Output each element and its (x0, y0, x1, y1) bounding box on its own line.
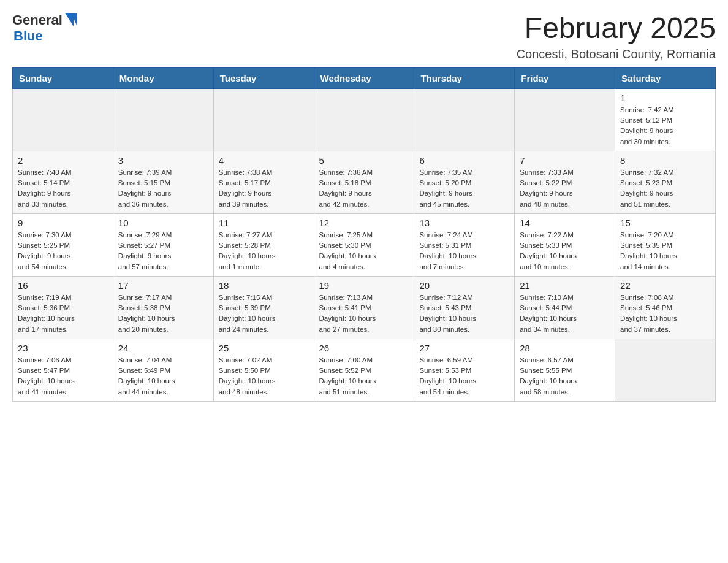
calendar-day-cell: 18Sunrise: 7:15 AM Sunset: 5:39 PM Dayli… (213, 276, 314, 339)
day-info: Sunrise: 7:08 AM Sunset: 5:46 PM Dayligh… (620, 293, 710, 335)
day-info: Sunrise: 7:35 AM Sunset: 5:20 PM Dayligh… (419, 167, 509, 210)
weekday-header-saturday: Saturday (615, 67, 716, 88)
day-info: Sunrise: 7:29 AM Sunset: 5:27 PM Dayligh… (118, 230, 208, 272)
day-number: 24 (118, 343, 208, 353)
day-number: 28 (520, 343, 610, 353)
calendar-day-cell: 11Sunrise: 7:27 AM Sunset: 5:28 PM Dayli… (213, 213, 314, 276)
day-number: 10 (118, 218, 208, 228)
calendar-day-cell: 2Sunrise: 7:40 AM Sunset: 5:14 PM Daylig… (13, 151, 113, 213)
day-info: Sunrise: 7:04 AM Sunset: 5:49 PM Dayligh… (118, 355, 208, 397)
calendar-day-cell: 27Sunrise: 6:59 AM Sunset: 5:53 PM Dayli… (414, 339, 515, 401)
day-number: 7 (520, 155, 610, 166)
day-number: 14 (520, 218, 610, 228)
weekday-header-sunday: Sunday (13, 67, 113, 88)
location-subtitle: Concesti, Botosani County, Romania (517, 47, 716, 61)
calendar-day-cell: 28Sunrise: 6:57 AM Sunset: 5:55 PM Dayli… (515, 339, 615, 401)
day-info: Sunrise: 7:33 AM Sunset: 5:22 PM Dayligh… (520, 167, 610, 210)
calendar-day-cell: 23Sunrise: 7:06 AM Sunset: 5:47 PM Dayli… (13, 339, 113, 401)
calendar-day-cell (314, 88, 414, 151)
calendar-day-cell: 20Sunrise: 7:12 AM Sunset: 5:43 PM Dayli… (414, 276, 515, 339)
day-info: Sunrise: 7:13 AM Sunset: 5:41 PM Dayligh… (319, 293, 409, 335)
calendar-day-cell: 13Sunrise: 7:24 AM Sunset: 5:31 PM Dayli… (414, 213, 515, 276)
day-info: Sunrise: 6:57 AM Sunset: 5:55 PM Dayligh… (520, 355, 610, 397)
logo-general-text: General (12, 12, 63, 28)
calendar-day-cell (615, 339, 716, 401)
calendar-day-cell: 25Sunrise: 7:02 AM Sunset: 5:50 PM Dayli… (213, 339, 314, 401)
day-info: Sunrise: 7:27 AM Sunset: 5:28 PM Dayligh… (219, 230, 309, 272)
day-number: 16 (18, 280, 108, 291)
day-number: 17 (118, 280, 208, 291)
day-info: Sunrise: 7:20 AM Sunset: 5:35 PM Dayligh… (620, 230, 710, 272)
calendar-day-cell: 4Sunrise: 7:38 AM Sunset: 5:17 PM Daylig… (213, 151, 314, 213)
calendar-day-cell: 10Sunrise: 7:29 AM Sunset: 5:27 PM Dayli… (113, 213, 213, 276)
day-info: Sunrise: 7:12 AM Sunset: 5:43 PM Dayligh… (419, 293, 509, 335)
calendar-day-cell: 7Sunrise: 7:33 AM Sunset: 5:22 PM Daylig… (515, 151, 615, 213)
calendar-day-cell: 1Sunrise: 7:42 AM Sunset: 5:12 PM Daylig… (615, 88, 716, 151)
calendar-day-cell: 6Sunrise: 7:35 AM Sunset: 5:20 PM Daylig… (414, 151, 515, 213)
day-number: 27 (419, 343, 509, 353)
day-info: Sunrise: 7:22 AM Sunset: 5:33 PM Dayligh… (520, 230, 610, 272)
day-info: Sunrise: 7:00 AM Sunset: 5:52 PM Dayligh… (319, 355, 409, 397)
calendar-day-cell: 22Sunrise: 7:08 AM Sunset: 5:46 PM Dayli… (615, 276, 716, 339)
calendar-day-cell: 8Sunrise: 7:32 AM Sunset: 5:23 PM Daylig… (615, 151, 716, 213)
day-number: 1 (620, 93, 710, 103)
day-info: Sunrise: 7:10 AM Sunset: 5:44 PM Dayligh… (520, 293, 610, 335)
calendar-day-cell (13, 88, 113, 151)
day-number: 11 (219, 218, 309, 228)
day-number: 4 (219, 155, 309, 166)
day-info: Sunrise: 6:59 AM Sunset: 5:53 PM Dayligh… (419, 355, 509, 397)
logo-blue-text: Blue (13, 28, 43, 44)
day-number: 26 (319, 343, 409, 353)
calendar-day-cell (213, 88, 314, 151)
day-number: 6 (419, 155, 509, 166)
day-info: Sunrise: 7:32 AM Sunset: 5:23 PM Dayligh… (620, 167, 710, 210)
day-info: Sunrise: 7:40 AM Sunset: 5:14 PM Dayligh… (18, 167, 108, 210)
day-number: 2 (18, 155, 108, 166)
day-number: 13 (419, 218, 509, 228)
day-info: Sunrise: 7:39 AM Sunset: 5:15 PM Dayligh… (118, 167, 208, 210)
day-info: Sunrise: 7:38 AM Sunset: 5:17 PM Dayligh… (219, 167, 309, 210)
day-info: Sunrise: 7:17 AM Sunset: 5:38 PM Dayligh… (118, 293, 208, 335)
day-number: 23 (18, 343, 108, 353)
day-number: 19 (319, 280, 409, 291)
calendar-week-row: 2Sunrise: 7:40 AM Sunset: 5:14 PM Daylig… (13, 151, 716, 213)
day-number: 8 (620, 155, 710, 166)
day-number: 5 (319, 155, 409, 166)
calendar-day-cell: 12Sunrise: 7:25 AM Sunset: 5:30 PM Dayli… (314, 213, 414, 276)
page-header: General Blue February 2025 Concesti, Bot… (12, 12, 716, 61)
month-year-heading: February 2025 (517, 12, 716, 45)
day-info: Sunrise: 7:15 AM Sunset: 5:39 PM Dayligh… (219, 293, 309, 335)
day-info: Sunrise: 7:25 AM Sunset: 5:30 PM Dayligh… (319, 230, 409, 272)
day-number: 9 (18, 218, 108, 228)
day-number: 15 (620, 218, 710, 228)
calendar-day-cell: 15Sunrise: 7:20 AM Sunset: 5:35 PM Dayli… (615, 213, 716, 276)
calendar-week-row: 23Sunrise: 7:06 AM Sunset: 5:47 PM Dayli… (13, 339, 716, 401)
weekday-header-monday: Monday (113, 67, 213, 88)
day-info: Sunrise: 7:02 AM Sunset: 5:50 PM Dayligh… (219, 355, 309, 397)
calendar-week-row: 16Sunrise: 7:19 AM Sunset: 5:36 PM Dayli… (13, 276, 716, 339)
day-info: Sunrise: 7:36 AM Sunset: 5:18 PM Dayligh… (319, 167, 409, 210)
day-number: 20 (419, 280, 509, 291)
calendar-day-cell: 14Sunrise: 7:22 AM Sunset: 5:33 PM Dayli… (515, 213, 615, 276)
weekday-header-row: SundayMondayTuesdayWednesdayThursdayFrid… (13, 67, 716, 88)
weekday-header-wednesday: Wednesday (314, 67, 414, 88)
calendar-day-cell: 5Sunrise: 7:36 AM Sunset: 5:18 PM Daylig… (314, 151, 414, 213)
calendar-week-row: 1Sunrise: 7:42 AM Sunset: 5:12 PM Daylig… (13, 88, 716, 151)
logo: General Blue (12, 12, 77, 44)
day-number: 3 (118, 155, 208, 166)
weekday-header-tuesday: Tuesday (213, 67, 314, 88)
calendar-day-cell: 19Sunrise: 7:13 AM Sunset: 5:41 PM Dayli… (314, 276, 414, 339)
calendar-day-cell: 21Sunrise: 7:10 AM Sunset: 5:44 PM Dayli… (515, 276, 615, 339)
day-number: 21 (520, 280, 610, 291)
calendar-day-cell: 24Sunrise: 7:04 AM Sunset: 5:49 PM Dayli… (113, 339, 213, 401)
weekday-header-friday: Friday (515, 67, 615, 88)
calendar-day-cell (414, 88, 515, 151)
day-info: Sunrise: 7:19 AM Sunset: 5:36 PM Dayligh… (18, 293, 108, 335)
day-info: Sunrise: 7:06 AM Sunset: 5:47 PM Dayligh… (18, 355, 108, 397)
day-number: 25 (219, 343, 309, 353)
weekday-header-thursday: Thursday (414, 67, 515, 88)
day-info: Sunrise: 7:24 AM Sunset: 5:31 PM Dayligh… (419, 230, 509, 272)
day-info: Sunrise: 7:42 AM Sunset: 5:12 PM Dayligh… (620, 105, 710, 147)
calendar-day-cell: 26Sunrise: 7:00 AM Sunset: 5:52 PM Dayli… (314, 339, 414, 401)
calendar-day-cell (515, 88, 615, 151)
